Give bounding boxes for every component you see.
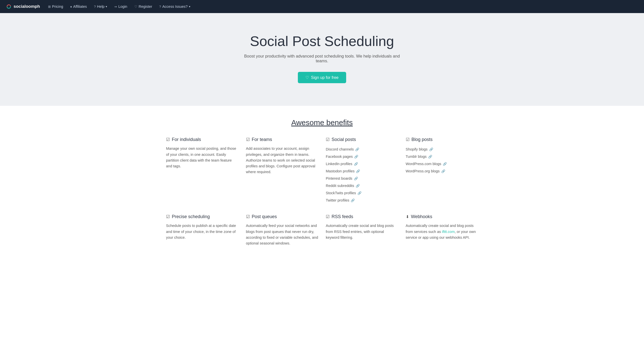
mastodon-link-icon: 🔗	[356, 168, 360, 175]
rss-feeds-title: RSS feeds	[332, 214, 353, 219]
post-queues-body: Automatically feed your social networks …	[246, 223, 318, 246]
teams-title: For teams	[252, 137, 272, 142]
list-item: Twitter profiles🔗	[326, 197, 398, 204]
nav-register-label: Register	[139, 5, 152, 9]
nav-help[interactable]: ? Help ▾	[91, 3, 110, 10]
benefit-individuals: ☑ For individuals Manage your own social…	[166, 137, 238, 204]
blog-posts-check-icon: ☑	[406, 137, 410, 142]
list-item: Pinterest boards🔗	[326, 175, 398, 182]
twitter-link-icon: 🔗	[351, 197, 355, 204]
webhooks-title: Webhooks	[411, 214, 432, 219]
nav-access-issues[interactable]: ? Access Issues? ▾	[156, 3, 193, 10]
stocktwits-link-icon: 🔗	[357, 190, 361, 196]
shopify-link-icon: 🔗	[429, 146, 433, 153]
access-issues-icon: ?	[159, 5, 161, 9]
reddit-label: Reddit subreddits	[326, 182, 354, 189]
benefit-social-posts: ☑ Social posts Discord channels🔗 Faceboo…	[326, 137, 398, 204]
precise-scheduling-check-icon: ☑	[166, 214, 170, 219]
list-item: Facebook pages🔗	[326, 153, 398, 160]
precise-scheduling-title: Precise scheduling	[172, 214, 210, 219]
list-item: Discord channels🔗	[326, 146, 398, 153]
hero-section: Social Post Scheduling Boost your produc…	[0, 13, 644, 106]
hero-title: Social Post Scheduling	[250, 33, 394, 49]
nav-help-label: Help	[97, 5, 105, 9]
list-item: Mastodon profiles🔗	[326, 168, 398, 175]
facebook-label: Facebook pages	[326, 153, 353, 160]
benefit-rss-feeds: ☑ RSS feeds Automatically create social …	[326, 214, 398, 246]
facebook-link-icon: 🔗	[354, 154, 358, 160]
benefit-precise-scheduling: ☑ Precise scheduling Schedule posts to p…	[166, 214, 238, 246]
list-item: Tumblr blogs🔗	[406, 153, 478, 160]
navbar: socialoomph ⊞ Pricing ♦ Affiliates ? Hel…	[0, 0, 644, 13]
nav-register[interactable]: ♡ Register	[131, 3, 155, 10]
linkedin-link-icon: 🔗	[354, 161, 358, 167]
linkedin-label: LinkedIn profiles	[326, 160, 352, 168]
pinterest-link-icon: 🔗	[354, 175, 358, 182]
precise-scheduling-body: Schedule posts to publish at a specific …	[166, 223, 238, 240]
nav-pricing-label: Pricing	[52, 5, 63, 9]
help-dropdown-arrow: ▾	[106, 5, 107, 8]
list-item: WordPress.com blogs🔗	[406, 160, 478, 168]
nav-affiliates[interactable]: ♦ Affiliates	[67, 3, 90, 10]
benefit-teams: ☑ For teams Add associates to your accou…	[246, 137, 318, 204]
wporg-link-icon: 🔗	[441, 168, 445, 175]
teams-body: Add associates to your account, assign p…	[246, 146, 318, 175]
benefit-post-queues: ☑ Post queues Automatically feed your so…	[246, 214, 318, 246]
stocktwits-label: StockTwits profiles	[326, 189, 356, 197]
post-queues-check-icon: ☑	[246, 214, 250, 219]
pinterest-label: Pinterest boards	[326, 175, 352, 182]
access-issues-dropdown-arrow: ▾	[189, 5, 190, 8]
list-item: Shopify blogs🔗	[406, 146, 478, 153]
rss-feeds-check-icon: ☑	[326, 214, 330, 219]
help-icon: ?	[94, 5, 96, 9]
discord-label: Discord channels	[326, 146, 354, 153]
wpcom-link-icon: 🔗	[443, 161, 447, 167]
list-item: StockTwits profiles🔗	[326, 189, 398, 197]
benefits-grid: ☑ For individuals Manage your own social…	[166, 137, 478, 246]
benefit-blog-posts: ☑ Blog posts Shopify blogs🔗 Tumblr blogs…	[406, 137, 478, 204]
nav-affiliates-label: Affiliates	[73, 5, 87, 9]
list-item: Reddit subreddits🔗	[326, 182, 398, 189]
login-icon: ⇒	[114, 5, 117, 9]
list-item: WordPress.org blogs🔗	[406, 168, 478, 175]
list-item: LinkedIn profiles🔗	[326, 160, 398, 168]
post-queues-title: Post queues	[252, 214, 277, 219]
tumblr-label: Tumblr blogs	[406, 153, 427, 160]
benefits-title: Awesome benefits	[166, 118, 478, 127]
benefits-section: Awesome benefits ☑ For individuals Manag…	[151, 106, 493, 261]
hero-subtitle: Boost your productivity with advanced po…	[244, 54, 400, 63]
wporg-label: WordPress.org blogs	[406, 168, 440, 175]
reddit-link-icon: 🔗	[356, 183, 360, 189]
register-icon: ♡	[134, 5, 137, 9]
blog-posts-title: Blog posts	[412, 137, 433, 142]
nav-pricing[interactable]: ⊞ Pricing	[45, 3, 66, 10]
individuals-title: For individuals	[172, 137, 201, 142]
cta-heart-icon: ♡	[305, 75, 309, 80]
pricing-icon: ⊞	[48, 5, 51, 9]
affiliates-icon: ♦	[70, 5, 72, 9]
brand-logo[interactable]: socialoomph	[6, 4, 40, 9]
webhooks-download-icon: ⬇	[406, 214, 409, 219]
mastodon-label: Mastodon profiles	[326, 168, 354, 175]
social-posts-title: Social posts	[332, 137, 356, 142]
teams-check-icon: ☑	[246, 137, 250, 142]
logo-icon	[6, 4, 12, 9]
signup-button[interactable]: ♡ Sign up for free	[298, 72, 346, 83]
benefit-webhooks: ⬇ Webhooks Automatically create social a…	[406, 214, 478, 246]
nav-login-label: Login	[118, 5, 127, 9]
discord-link-icon: 🔗	[355, 146, 359, 153]
twitter-label: Twitter profiles	[326, 197, 349, 204]
tumblr-link-icon: 🔗	[428, 154, 432, 160]
individuals-check-icon: ☑	[166, 137, 170, 142]
webhooks-body: Automatically create social and blog pos…	[406, 223, 478, 240]
individuals-body: Manage your own social posting, and thos…	[166, 146, 238, 169]
social-posts-list: Discord channels🔗 Facebook pages🔗 Linked…	[326, 146, 398, 204]
nav-login[interactable]: ⇒ Login	[111, 3, 130, 10]
rss-feeds-body: Automatically create social and blog pos…	[326, 223, 398, 240]
ifttt-link[interactable]: ifttt.com	[442, 230, 455, 234]
brand-name: socialoomph	[14, 4, 40, 9]
shopify-label: Shopify blogs	[406, 146, 428, 153]
cta-label: Sign up for free	[311, 75, 338, 80]
wpcom-label: WordPress.com blogs	[406, 160, 441, 168]
nav-access-issues-label: Access Issues?	[162, 5, 188, 9]
